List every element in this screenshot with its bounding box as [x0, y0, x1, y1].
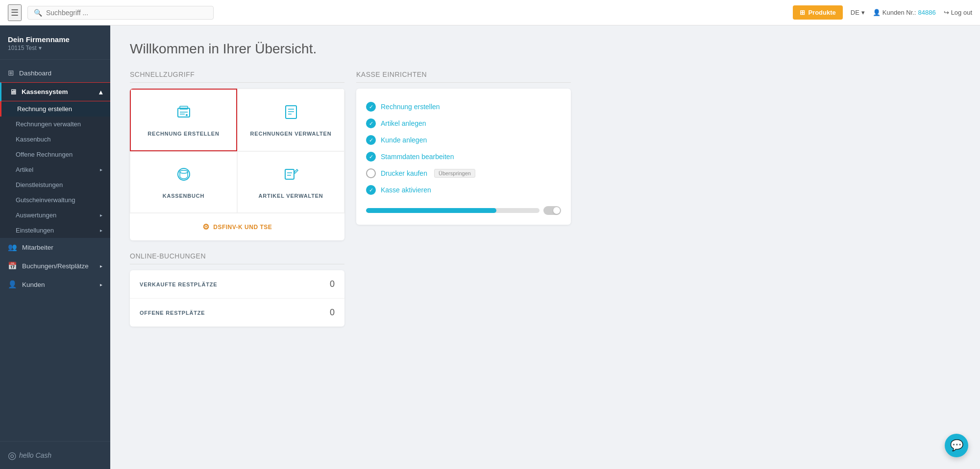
tile-artikel-verwalten[interactable]: ARTIKEL VERWALTEN	[237, 151, 344, 213]
sidebar-subitem-einstellungen[interactable]: Einstellungen ▸	[0, 223, 110, 238]
sidebar-item-kunden[interactable]: 👤 Kunden ▸	[0, 275, 110, 294]
chevron-right-icon-buchungen: ▸	[100, 263, 102, 269]
setup-link-artikel[interactable]: Artikel anlegen	[381, 119, 426, 127]
sidebar: Dein Firmenname 10115 Test ▾ ⊞ Dashboard…	[0, 25, 110, 469]
chevron-down-icon-brand: ▾	[39, 45, 42, 51]
kunden-nr-link[interactable]: 84886	[918, 9, 935, 16]
tile-rechnung-erstellen[interactable]: RECHNUNG ERSTELLEN	[130, 89, 237, 151]
sidebar-subitem-offene-rechnungen[interactable]: Offene Rechnungen	[0, 147, 110, 162]
topnav-right: ⊞ Produkte DE ▾ 👤 Kunden Nr.: 84886 ↪ Lo…	[793, 5, 972, 20]
mitarbeiter-icon: 👥	[8, 243, 17, 252]
tile-kassenbuch[interactable]: KASSENBUCH	[130, 151, 237, 213]
dashboard-icon: ⊞	[8, 69, 14, 77]
sidebar-subitem-rechnungen-verwalten[interactable]: Rechnungen verwalten	[0, 117, 110, 132]
sidebar-item-dashboard[interactable]: ⊞ Dashboard	[0, 64, 110, 82]
chat-icon: 💬	[950, 439, 963, 452]
tile-label-rechnung-erstellen: RECHNUNG ERSTELLEN	[147, 131, 219, 137]
progress-toggle[interactable]	[543, 206, 561, 215]
search-bar: 🔍	[27, 6, 214, 20]
online-buchungen-section: Online-Buchungen VERKAUFTE RESTPLÄTZE 0 …	[130, 252, 344, 327]
bookings-row-verkaufte: VERKAUFTE RESTPLÄTZE 0	[130, 270, 344, 299]
grid-icon: ⊞	[800, 9, 805, 16]
buchungen-icon: 📅	[8, 261, 17, 270]
kunden-nr: 👤 Kunden Nr.: 84886	[873, 9, 936, 16]
tile-label-artikel-verwalten: ARTIKEL VERWALTEN	[258, 193, 323, 199]
hellocash-logo: ◎ hello Cash	[8, 449, 51, 461]
kassensystem-icon: 🖥	[9, 88, 17, 96]
check-kasse: ✓	[366, 185, 376, 195]
brand-sub[interactable]: 10115 Test ▾	[8, 45, 102, 51]
logout-button[interactable]: ↪ Log out	[944, 9, 972, 16]
sidebar-subitem-gutscheinverwaltung[interactable]: Gutscheinverwaltung	[0, 192, 110, 208]
right-column: Kasse einrichten ✓ Rechnung erstellen ✓ …	[356, 70, 571, 327]
tile-dsfinv[interactable]: ⚙ DSFINV-K UND TSE	[130, 213, 344, 240]
setup-item-stammdaten: ✓ Stammdaten bearbeiten	[366, 148, 561, 165]
progress-bar-bg	[366, 208, 539, 213]
schnellzugriff-section: Schnellzugriff	[130, 70, 344, 240]
setup-link-kasse[interactable]: Kasse aktivieren	[381, 186, 431, 194]
kasse-einrichten-title: Kasse einrichten	[356, 70, 571, 83]
kassensystem-submenu: Rechnung erstellen Rechnungen verwalten …	[0, 101, 110, 238]
layout: Dein Firmenname 10115 Test ▾ ⊞ Dashboard…	[0, 25, 980, 469]
logo-icon: ◎	[8, 449, 16, 461]
sidebar-brand: Dein Firmenname 10115 Test ▾	[0, 25, 110, 60]
schnellzugriff-title: Schnellzugriff	[130, 70, 344, 83]
sidebar-subitem-rechnung-erstellen[interactable]: Rechnung erstellen	[0, 101, 110, 117]
produkte-button[interactable]: ⊞ Produkte	[793, 5, 842, 20]
search-icon: 🔍	[34, 9, 42, 17]
offene-label: OFFENE RESTPLÄTZE	[140, 310, 205, 316]
setup-card: ✓ Rechnung erstellen ✓ Artikel anlegen ✓…	[356, 89, 571, 225]
setup-progress	[366, 206, 561, 215]
search-input[interactable]	[46, 9, 207, 17]
chevron-right-icon: ▸	[100, 167, 102, 172]
sidebar-item-buchungen[interactable]: 📅 Buchungen/Restplätze ▸	[0, 257, 110, 275]
check-stammdaten: ✓	[366, 152, 376, 162]
setup-link-rechnung[interactable]: Rechnung erstellen	[381, 103, 440, 111]
user-icon: 👤	[873, 9, 881, 16]
left-column: Schnellzugriff	[130, 70, 344, 327]
kasse-einrichten-section: Kasse einrichten ✓ Rechnung erstellen ✓ …	[356, 70, 571, 225]
hamburger-button[interactable]: ☰	[8, 4, 22, 21]
svg-point-10	[180, 170, 188, 173]
settings-icon: ⚙	[202, 222, 210, 232]
check-kunde: ✓	[366, 135, 376, 145]
progress-bar-fill	[366, 208, 496, 213]
sidebar-subitem-kassenbuch[interactable]: Kassenbuch	[0, 132, 110, 147]
sidebar-subitem-artikel[interactable]: Artikel ▸	[0, 162, 110, 177]
setup-link-stammdaten[interactable]: Stammdaten bearbeiten	[381, 153, 454, 161]
sidebar-subitem-dienstleistungen[interactable]: Dienstleistungen	[0, 177, 110, 192]
cashregister-icon	[175, 103, 193, 125]
setup-link-kunde[interactable]: Kunde anlegen	[381, 136, 427, 144]
bookings-card: VERKAUFTE RESTPLÄTZE 0 OFFENE RESTPLÄTZE…	[130, 270, 344, 327]
bookings-row-offene: OFFENE RESTPLÄTZE 0	[130, 299, 344, 327]
chat-bubble-button[interactable]: 💬	[945, 434, 968, 457]
page-title: Willkommen in Ihrer Übersicht.	[130, 41, 960, 57]
chevron-right-icon-kunden: ▸	[100, 282, 102, 287]
check-artikel: ✓	[366, 118, 376, 128]
sidebar-subitem-auswertungen[interactable]: Auswertungen ▸	[0, 208, 110, 223]
tile-rechnungen-verwalten[interactable]: RECHNUNGEN VERWALTEN	[237, 89, 344, 151]
sidebar-item-mitarbeiter[interactable]: 👥 Mitarbeiter	[0, 238, 110, 257]
setup-item-artikel: ✓ Artikel anlegen	[366, 115, 561, 132]
quick-access-grid: RECHNUNG ERSTELLEN	[130, 89, 344, 213]
svg-rect-5	[286, 106, 296, 118]
setup-link-drucker[interactable]: Drucker kaufen	[381, 169, 427, 177]
online-buchungen-title: Online-Buchungen	[130, 252, 344, 264]
verkaufte-value: 0	[330, 279, 335, 289]
setup-item-rechnung: ✓ Rechnung erstellen	[366, 98, 561, 115]
sidebar-footer: ◎ hello Cash	[0, 441, 110, 469]
sidebar-nav: ⊞ Dashboard 🖥 Kassensystem ▴ Rechnung er…	[0, 60, 110, 441]
chevron-up-icon: ▴	[99, 88, 102, 96]
coins-icon	[175, 165, 193, 187]
sidebar-item-kassensystem[interactable]: 🖥 Kassensystem ▴	[0, 82, 110, 101]
setup-item-kasse: ✓ Kasse aktivieren	[366, 182, 561, 198]
toggle-thumb	[553, 207, 560, 214]
setup-item-drucker: Drucker kaufen Überspringen	[366, 165, 561, 182]
lang-selector[interactable]: DE ▾	[851, 9, 865, 16]
tile-label-rechnungen-verwalten: RECHNUNGEN VERWALTEN	[250, 131, 332, 137]
chevron-right-icon-2: ▸	[100, 212, 102, 218]
skip-drucker-button[interactable]: Überspringen	[434, 169, 475, 178]
setup-item-kunde: ✓ Kunde anlegen	[366, 132, 561, 148]
main-content: Willkommen in Ihrer Übersicht. Schnellzu…	[110, 25, 980, 469]
kunden-icon: 👤	[8, 280, 17, 289]
